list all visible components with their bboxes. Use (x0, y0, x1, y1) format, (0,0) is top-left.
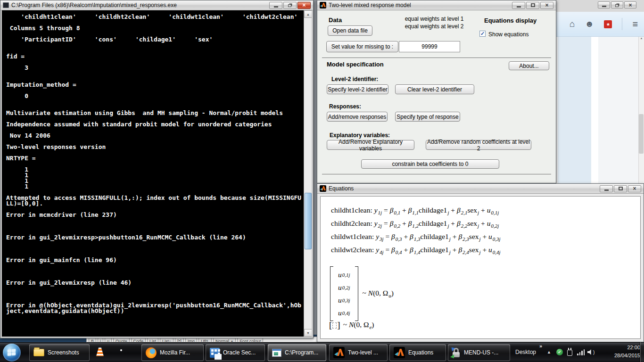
close-button[interactable]: × (297, 2, 311, 9)
right-bracket: ] (337, 320, 340, 330)
show-desktop-button[interactable] (640, 342, 644, 362)
editor-italic-button[interactable]: i (98, 338, 103, 342)
chevron-right-icon[interactable]: » (539, 343, 542, 349)
section-divider (322, 58, 551, 58)
equation-line: childwt1clean: y3j = β0,3 + β1,3childage… (331, 232, 501, 246)
oracle-app-icon: 13 (210, 348, 220, 358)
minimize-button[interactable] (600, 185, 613, 192)
show-equations-label: Show equations (488, 31, 528, 38)
residual-distribution-line: [ ] ~ N(0, Ωe) (329, 320, 374, 330)
matlab-icon (394, 347, 405, 358)
console-app-icon (3, 2, 9, 8)
tray-clock[interactable]: 22:00 28/04/2015 (604, 344, 640, 360)
notification-badge: 13 (215, 354, 222, 360)
minimize-button[interactable] (269, 2, 282, 9)
taskbar-oracle-button[interactable]: 13 Oracle Sec... (206, 344, 265, 361)
editor-list-eq-button[interactable]: List= (160, 338, 173, 342)
model-spec-heading: Model specification (327, 61, 384, 68)
taskbar-screenshots-button[interactable]: Screenshots (29, 344, 90, 361)
lock-icon (452, 348, 461, 357)
console-app-icon (272, 349, 281, 357)
close-button[interactable]: × (624, 1, 636, 8)
scrollbar-thumb[interactable] (639, 114, 644, 154)
tray-update-icon[interactable]: ✓ (556, 342, 563, 362)
clock-date: 28/04/2015 (604, 352, 640, 360)
open-data-file-button[interactable]: Open data file (328, 25, 372, 36)
editor-code-button[interactable]: Code (131, 338, 146, 342)
random-coefficients-button[interactable]: Add/Remove random coefficients at level … (426, 140, 531, 150)
scrollbar-thumb[interactable] (305, 193, 312, 249)
maximize-button[interactable] (526, 2, 539, 9)
about-button[interactable]: About... (509, 61, 549, 70)
firefox-icon (146, 347, 157, 358)
menu-icon[interactable]: ≡ (632, 19, 638, 30)
editor-img-button[interactable]: Img (185, 338, 197, 342)
desktop-toolbar-label[interactable]: Desktop (515, 349, 536, 355)
left-bracket (330, 266, 333, 321)
responses-heading: Responses: (329, 103, 361, 110)
editor-url-button[interactable]: URL (198, 338, 212, 342)
editor-underline-button[interactable]: u (105, 338, 112, 342)
add-remove-responses-button[interactable]: Add/remove responses (327, 112, 388, 122)
equations-titlebar[interactable]: Equations × (317, 184, 644, 194)
tray-power-icon[interactable] (567, 342, 572, 362)
tray-network-icon[interactable] (577, 342, 585, 362)
u-distribution: ~ N(0, Ωu) (363, 289, 394, 298)
matlab-icon (320, 185, 326, 192)
set-missing-value-button[interactable]: Set value for missing to : (326, 41, 398, 52)
browser-scrollbar[interactable]: ▲ (638, 37, 644, 184)
model-titlebar[interactable]: Two-level mixed response model × (317, 0, 556, 10)
tray-volume-icon[interactable]: ) (587, 342, 594, 362)
editor-format-dropdown[interactable]: Normal ▼ (213, 338, 236, 342)
equations-canvas: childht1clean: y1j = β0,1 + β1,1childage… (320, 196, 641, 339)
equation-line: childwt2clean: y4j = β0,4 + β1,4childage… (331, 246, 501, 259)
clock-time: 22:00 (604, 344, 640, 352)
missing-value-input[interactable] (399, 41, 460, 52)
level2-heading: Level-2 identifier: (331, 76, 378, 82)
minimize-button[interactable] (512, 2, 525, 9)
windows-logo-icon (8, 349, 16, 357)
show-equations-checkbox[interactable]: ✓ (479, 31, 486, 37)
taskbar-mendus-button[interactable]: MEND-US -... (448, 344, 510, 361)
restore-button[interactable] (283, 2, 297, 9)
scroll-up-icon[interactable]: ▲ (640, 37, 643, 40)
u-term: u0,2j (338, 281, 350, 294)
specify-level2-button[interactable]: Specify level-2 identifier (327, 84, 388, 94)
taskbar-console-button[interactable]: C:\Program... (268, 344, 326, 361)
clear-level2-button[interactable]: Clear level-2 identifier (395, 84, 474, 94)
taskbar-equations-button[interactable]: Equations (389, 344, 446, 361)
editor-list-button[interactable]: List (147, 338, 158, 342)
equations-window-title: Equations (329, 185, 354, 192)
tray-expand-icon[interactable]: ▲ (547, 342, 551, 362)
specify-response-type-button[interactable]: Specify type of response (395, 112, 460, 122)
restore-button[interactable] (611, 1, 623, 8)
console-titlebar[interactable]: C:\Program Files (x86)\Realcom\Imputatio… (0, 0, 313, 10)
maximize-button[interactable] (614, 185, 627, 192)
chat-icon[interactable]: ☻ (585, 19, 594, 29)
page-column (598, 37, 639, 184)
taskbar-firefox-button[interactable]: Mozilla Fir... (141, 344, 204, 361)
u-term: u0,4j (338, 306, 350, 319)
lastpass-icon[interactable]: * (604, 20, 612, 28)
console-scrollbar[interactable]: ▲ ▼ (304, 10, 312, 337)
close-button[interactable]: × (540, 2, 553, 9)
console-title: C:\Program Files (x86)\Realcom\Imputatio… (11, 2, 177, 8)
matlab-icon (333, 347, 345, 358)
browser-toolbar: ⌂ ☻ * ≡ (556, 12, 644, 37)
minimize-button[interactable] (598, 1, 610, 8)
add-explanatory-button[interactable]: Add/Remove Explanatory variables (327, 140, 414, 150)
start-button[interactable] (3, 344, 21, 362)
data-section-heading: Data (329, 16, 342, 24)
editor-bullet-button[interactable]: [*] (175, 338, 184, 342)
close-button[interactable]: × (628, 185, 641, 192)
vlc-icon[interactable] (95, 347, 105, 357)
editor-quote-button[interactable]: Quote (113, 338, 130, 342)
editor-bold-button[interactable]: B (89, 338, 96, 342)
constrain-beta-button[interactable]: constrain beta coefficients to 0 (361, 159, 499, 169)
editor-font-colour-button[interactable]: Font colour (237, 338, 263, 342)
home-icon[interactable]: ⌂ (570, 19, 575, 29)
scroll-down-icon[interactable]: ▼ (304, 329, 312, 337)
taskbar-model-window-button[interactable]: Two-level ... (329, 344, 388, 361)
equation-line: childht2clean: y2j = β0,2 + β1,2childage… (331, 219, 501, 232)
scroll-up-icon[interactable]: ▲ (304, 10, 312, 18)
